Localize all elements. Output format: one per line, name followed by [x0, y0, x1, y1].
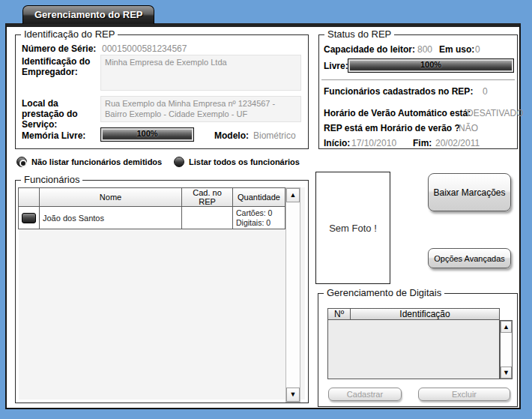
- cadastrados-label: Funcionários cadastrados no REP:: [324, 86, 473, 97]
- memoria-label: Memória Livre:: [22, 130, 85, 141]
- verao-rep-label: REP está em Horário de verão ?: [324, 123, 460, 133]
- empregador-value: Minha Empresa de Exemplo Ltda: [100, 55, 301, 91]
- digitais-table-header: Nº Identificação: [327, 308, 500, 320]
- digitais-scrollbar[interactable]: ▲ ▼: [500, 320, 513, 379]
- radio-listar-todos-label: Listar todos os funcionários: [189, 157, 300, 166]
- local-label: Local da prestação do Serviço:: [22, 98, 100, 130]
- local-value: Rua Exemplo da Minha Empresa nº 1234567 …: [100, 96, 301, 122]
- header-quantidade: Quantidade: [233, 188, 285, 207]
- funcionarios-scroll-up-button[interactable]: ▲: [286, 188, 300, 202]
- funcionarios-table: Nome Cad. no REP Quantidade João dos San…: [18, 187, 285, 229]
- header-checkbox-col: [19, 188, 40, 207]
- verao-auto-value: DESATIVADO: [467, 108, 524, 118]
- fim-value: 20/02/2011: [435, 138, 480, 148]
- digitais-header-numero: Nº: [327, 308, 351, 320]
- radio-selected-icon[interactable]: [16, 157, 27, 167]
- photo-placeholder-text: Sem Foto !: [329, 223, 377, 234]
- scroll-down-icon: ▼: [501, 367, 511, 378]
- groupbox-identificacao-title: Identificação do REP: [21, 28, 118, 40]
- groupbox-digitais-title: Gerenciamento de Digitais: [324, 287, 444, 298]
- verao-auto-label: Horário de Verão Automático está:: [324, 108, 471, 118]
- cadastrar-button[interactable]: Cadastrar: [328, 388, 402, 401]
- serial-label: Número de Série:: [22, 43, 96, 54]
- radio-nao-listar-label: Não listar funcionários demitidos: [31, 157, 162, 166]
- funcionario-row[interactable]: João dos Santos Cartões: 0 Digitais: 0: [19, 207, 285, 229]
- digitais-header-identificacao: Identificação: [351, 308, 500, 320]
- fim-label: Fim:: [413, 138, 432, 148]
- photo-placeholder-box: Sem Foto !: [315, 172, 390, 284]
- groupbox-status: Status do REP Capacidade do leitor: 800 …: [318, 34, 518, 149]
- livre-progress-value: 100%: [350, 61, 512, 70]
- baixar-marcacoes-button[interactable]: Baixar Marcações: [428, 173, 511, 211]
- funcionario-cad-cell[interactable]: [182, 207, 233, 229]
- capacidade-label: Capacidade do leitor:: [324, 44, 415, 55]
- funcionario-quantidade-cell[interactable]: Cartões: 0 Digitais: 0: [233, 207, 285, 229]
- serial-value: 00015000581234567: [102, 43, 187, 54]
- funcionario-checkbox-cell[interactable]: [19, 207, 40, 229]
- opcoes-avancadas-button[interactable]: Opções Avançadas: [428, 248, 511, 268]
- memoria-progress-value: 100%: [103, 130, 192, 139]
- radio-nao-listar-demitidos[interactable]: Não listar funcionários demitidos: [16, 157, 162, 167]
- groupbox-funcionarios-title: Funcionários: [21, 174, 82, 185]
- empregador-label: Identificação do Empregador:: [22, 56, 100, 77]
- modelo-value: Biométrico: [253, 130, 296, 141]
- emuso-label: Em uso:: [439, 44, 474, 55]
- tab-gerenciamento-rep[interactable]: Gerenciamento do REP: [22, 5, 154, 24]
- digitais-scroll-up-button[interactable]: ▲: [501, 321, 512, 333]
- digitais-count: Digitais: 0: [236, 218, 282, 228]
- livre-label: Livre:: [324, 61, 348, 71]
- groupbox-identificacao: Identificação do REP Número de Série: 00…: [15, 34, 309, 149]
- row-checkbox[interactable]: [22, 213, 36, 223]
- funcionarios-scrollbar[interactable]: ▲ ▼: [285, 187, 300, 403]
- scroll-up-icon: ▲: [287, 189, 299, 202]
- groupbox-status-title: Status do REP: [324, 28, 394, 40]
- scroll-down-icon: ▼: [287, 388, 299, 401]
- digitais-table-body: [327, 320, 500, 379]
- excluir-button[interactable]: Excluir: [418, 388, 510, 401]
- funcionario-nome-cell[interactable]: João dos Santos: [40, 207, 182, 229]
- funcionarios-header-row: Nome Cad. no REP Quantidade: [19, 188, 285, 207]
- digitais-scroll-down-button[interactable]: ▼: [501, 367, 512, 379]
- radio-listar-todos[interactable]: Listar todos os funcionários: [174, 157, 300, 167]
- livre-progress-bar: 100%: [348, 58, 514, 73]
- radio-unselected-icon[interactable]: [174, 157, 184, 167]
- inicio-label: Início:: [324, 138, 350, 148]
- emuso-value: 0: [475, 44, 480, 55]
- cadastrados-value: 0: [483, 86, 488, 97]
- app-window: Gerenciamento do REP Identificação do RE…: [0, 0, 532, 419]
- cartoes-count: Cartões: 0: [236, 208, 282, 218]
- header-nome: Nome: [40, 188, 182, 207]
- status-divider: [321, 79, 515, 80]
- scroll-up-icon: ▲: [501, 322, 511, 332]
- header-cad-no-rep: Cad. no REP: [182, 188, 233, 207]
- memoria-progress-bar: 100%: [100, 127, 194, 142]
- funcionarios-scroll-down-button[interactable]: ▼: [286, 388, 300, 402]
- capacidade-value: 800: [417, 44, 432, 55]
- inicio-value: 17/10/2010: [351, 138, 396, 148]
- modelo-label: Modelo:: [214, 130, 249, 141]
- verao-rep-value: NÃO: [459, 123, 478, 133]
